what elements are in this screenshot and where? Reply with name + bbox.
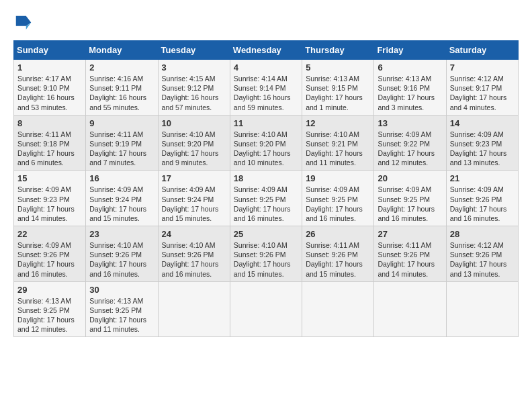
day-number: 25 xyxy=(234,229,298,239)
day-number: 27 xyxy=(378,229,442,239)
day-info: Sunrise: 4:11 AMSunset: 9:26 PMDaylight:… xyxy=(378,240,442,279)
calendar-cell: 12Sunrise: 4:10 AMSunset: 9:21 PMDayligh… xyxy=(302,115,374,171)
calendar-cell: 11Sunrise: 4:10 AMSunset: 9:20 PMDayligh… xyxy=(230,115,302,171)
day-info: Sunrise: 4:09 AMSunset: 9:24 PMDaylight:… xyxy=(89,185,154,223)
day-info: Sunrise: 4:15 AMSunset: 9:12 PMDaylight:… xyxy=(162,74,226,112)
calendar-cell xyxy=(374,281,446,337)
calendar-cell: 7Sunrise: 4:12 AMSunset: 9:17 PMDaylight… xyxy=(446,60,518,116)
calendar-cell xyxy=(302,281,374,337)
calendar-cell: 30Sunrise: 4:13 AMSunset: 9:25 PMDayligh… xyxy=(86,281,158,337)
day-number: 2 xyxy=(89,62,154,73)
calendar-cell: 13Sunrise: 4:09 AMSunset: 9:22 PMDayligh… xyxy=(374,115,446,171)
calendar-week-row: 1Sunrise: 4:17 AMSunset: 9:10 PMDaylight… xyxy=(14,60,519,116)
calendar-cell: 10Sunrise: 4:10 AMSunset: 9:20 PMDayligh… xyxy=(158,115,230,171)
day-number: 22 xyxy=(17,229,82,239)
calendar-cell: 17Sunrise: 4:09 AMSunset: 9:24 PMDayligh… xyxy=(158,171,230,226)
day-number: 17 xyxy=(162,173,226,183)
calendar-cell: 25Sunrise: 4:10 AMSunset: 9:26 PMDayligh… xyxy=(230,226,302,282)
calendar-week-row: 8Sunrise: 4:11 AMSunset: 9:18 PMDaylight… xyxy=(14,115,519,171)
weekday-header-thursday: Thursday xyxy=(302,41,374,60)
day-info: Sunrise: 4:10 AMSunset: 9:20 PMDaylight:… xyxy=(162,130,226,168)
calendar-cell: 27Sunrise: 4:11 AMSunset: 9:26 PMDayligh… xyxy=(374,226,446,282)
generalblue-logo-icon xyxy=(13,13,34,34)
calendar-cell: 26Sunrise: 4:11 AMSunset: 9:26 PMDayligh… xyxy=(302,226,374,282)
calendar-cell: 2Sunrise: 4:16 AMSunset: 9:11 PMDaylight… xyxy=(86,60,158,116)
calendar-cell: 8Sunrise: 4:11 AMSunset: 9:18 PMDaylight… xyxy=(14,115,86,171)
calendar-cell: 24Sunrise: 4:10 AMSunset: 9:26 PMDayligh… xyxy=(158,226,230,282)
calendar-cell: 5Sunrise: 4:13 AMSunset: 9:15 PMDaylight… xyxy=(302,60,374,116)
day-info: Sunrise: 4:13 AMSunset: 9:15 PMDaylight:… xyxy=(306,74,370,112)
day-info: Sunrise: 4:09 AMSunset: 9:22 PMDaylight:… xyxy=(378,130,442,168)
calendar-cell: 18Sunrise: 4:09 AMSunset: 9:25 PMDayligh… xyxy=(230,171,302,226)
day-info: Sunrise: 4:13 AMSunset: 9:16 PMDaylight:… xyxy=(378,74,442,112)
day-number: 6 xyxy=(378,62,442,73)
day-number: 12 xyxy=(306,118,370,128)
logo xyxy=(13,13,36,34)
calendar-week-row: 15Sunrise: 4:09 AMSunset: 9:23 PMDayligh… xyxy=(14,171,519,226)
calendar-cell: 9Sunrise: 4:11 AMSunset: 9:19 PMDaylight… xyxy=(86,115,158,171)
day-number: 18 xyxy=(234,173,298,183)
day-number: 14 xyxy=(450,118,515,128)
day-info: Sunrise: 4:09 AMSunset: 9:23 PMDaylight:… xyxy=(17,185,82,223)
weekday-header-row: SundayMondayTuesdayWednesdayThursdayFrid… xyxy=(14,41,519,60)
day-number: 26 xyxy=(306,229,370,239)
calendar-cell: 28Sunrise: 4:12 AMSunset: 9:26 PMDayligh… xyxy=(446,226,518,282)
day-number: 30 xyxy=(89,285,154,295)
calendar-cell xyxy=(158,281,230,337)
calendar-cell: 21Sunrise: 4:09 AMSunset: 9:26 PMDayligh… xyxy=(446,171,518,226)
day-number: 29 xyxy=(17,285,82,295)
calendar-header: SundayMondayTuesdayWednesdayThursdayFrid… xyxy=(14,41,519,60)
day-number: 23 xyxy=(89,229,154,239)
calendar-cell: 19Sunrise: 4:09 AMSunset: 9:25 PMDayligh… xyxy=(302,171,374,226)
day-number: 7 xyxy=(450,62,515,73)
day-number: 28 xyxy=(450,229,515,239)
day-number: 21 xyxy=(450,173,515,183)
day-number: 16 xyxy=(89,173,154,183)
day-info: Sunrise: 4:17 AMSunset: 9:10 PMDaylight:… xyxy=(17,74,82,112)
day-number: 20 xyxy=(378,173,442,183)
calendar-cell: 16Sunrise: 4:09 AMSunset: 9:24 PMDayligh… xyxy=(86,171,158,226)
weekday-header-saturday: Saturday xyxy=(446,41,518,60)
day-info: Sunrise: 4:12 AMSunset: 9:26 PMDaylight:… xyxy=(450,240,515,279)
day-info: Sunrise: 4:13 AMSunset: 9:25 PMDaylight:… xyxy=(89,296,154,334)
day-info: Sunrise: 4:10 AMSunset: 9:21 PMDaylight:… xyxy=(306,130,370,168)
day-number: 8 xyxy=(17,118,82,128)
day-info: Sunrise: 4:09 AMSunset: 9:25 PMDaylight:… xyxy=(378,185,442,223)
day-info: Sunrise: 4:11 AMSunset: 9:18 PMDaylight:… xyxy=(17,130,82,168)
day-info: Sunrise: 4:11 AMSunset: 9:19 PMDaylight:… xyxy=(89,130,154,168)
day-info: Sunrise: 4:12 AMSunset: 9:17 PMDaylight:… xyxy=(450,74,515,112)
calendar-cell: 1Sunrise: 4:17 AMSunset: 9:10 PMDaylight… xyxy=(14,60,86,116)
calendar-table: SundayMondayTuesdayWednesdayThursdayFrid… xyxy=(13,40,519,337)
day-number: 9 xyxy=(89,118,154,128)
calendar-cell: 3Sunrise: 4:15 AMSunset: 9:12 PMDaylight… xyxy=(158,60,230,116)
day-info: Sunrise: 4:09 AMSunset: 9:26 PMDaylight:… xyxy=(17,240,82,279)
page-header xyxy=(13,13,519,34)
calendar-cell: 29Sunrise: 4:13 AMSunset: 9:25 PMDayligh… xyxy=(14,281,86,337)
weekday-header-sunday: Sunday xyxy=(14,41,86,60)
day-number: 24 xyxy=(162,229,226,239)
day-number: 19 xyxy=(306,173,370,183)
weekday-header-tuesday: Tuesday xyxy=(158,41,230,60)
day-info: Sunrise: 4:14 AMSunset: 9:14 PMDaylight:… xyxy=(234,74,298,112)
day-info: Sunrise: 4:09 AMSunset: 9:23 PMDaylight:… xyxy=(450,130,515,168)
calendar-cell: 4Sunrise: 4:14 AMSunset: 9:14 PMDaylight… xyxy=(230,60,302,116)
calendar-cell xyxy=(230,281,302,337)
calendar-cell: 22Sunrise: 4:09 AMSunset: 9:26 PMDayligh… xyxy=(14,226,86,282)
calendar-cell: 23Sunrise: 4:10 AMSunset: 9:26 PMDayligh… xyxy=(86,226,158,282)
day-number: 11 xyxy=(234,118,298,128)
day-info: Sunrise: 4:10 AMSunset: 9:20 PMDaylight:… xyxy=(234,130,298,168)
day-number: 1 xyxy=(17,62,82,73)
calendar-cell: 6Sunrise: 4:13 AMSunset: 9:16 PMDaylight… xyxy=(374,60,446,116)
day-number: 5 xyxy=(306,62,370,73)
day-info: Sunrise: 4:10 AMSunset: 9:26 PMDaylight:… xyxy=(162,240,226,279)
calendar-week-row: 29Sunrise: 4:13 AMSunset: 9:25 PMDayligh… xyxy=(14,281,519,337)
day-number: 10 xyxy=(162,118,226,128)
calendar-week-row: 22Sunrise: 4:09 AMSunset: 9:26 PMDayligh… xyxy=(14,226,519,282)
weekday-header-wednesday: Wednesday xyxy=(230,41,302,60)
calendar-cell xyxy=(446,281,518,337)
day-number: 4 xyxy=(234,62,298,73)
calendar-cell: 14Sunrise: 4:09 AMSunset: 9:23 PMDayligh… xyxy=(446,115,518,171)
day-info: Sunrise: 4:09 AMSunset: 9:24 PMDaylight:… xyxy=(162,185,226,223)
day-number: 3 xyxy=(162,62,226,73)
day-number: 13 xyxy=(378,118,442,128)
